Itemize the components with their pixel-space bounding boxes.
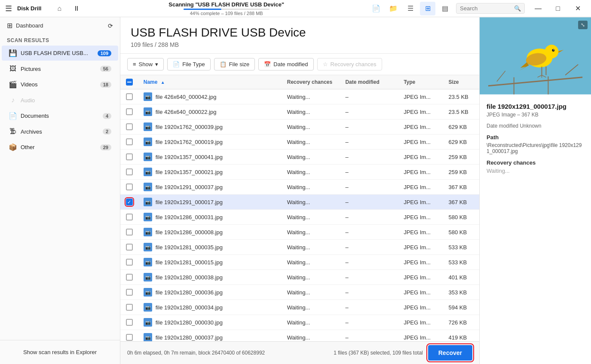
search-box[interactable]: 🔍: [456, 3, 525, 14]
maximize-button[interactable]: □: [548, 2, 568, 15]
scan-title: Scanning "USB FLASH DRIVE USB Device": [168, 1, 284, 8]
row-recovery: Waiting...: [282, 270, 340, 285]
row-checkbox[interactable]: [126, 259, 133, 266]
row-checkbox[interactable]: [126, 93, 133, 100]
row-name-cell: 📷file 426x640_000042.jpg: [138, 89, 282, 104]
toolbar-icons: ⌂ ⏸ Scanning "USB FLASH DRIVE USB Device…: [52, 1, 453, 16]
row-date: –: [340, 119, 398, 135]
row-date: –: [340, 225, 398, 240]
row-date: –: [340, 300, 398, 315]
row-checkbox[interactable]: [126, 184, 133, 190]
file-type-icon: 📷: [144, 333, 152, 341]
table-row[interactable]: 📷file 1920x1280_000030.jpgWaiting...–JPE…: [120, 315, 479, 330]
table-row[interactable]: 📷file 1920x1291_000037.jpgWaiting...–JPE…: [120, 180, 479, 195]
show-explorer-button[interactable]: Show scan results in Explorer: [3, 346, 116, 359]
row-size: 594 KB: [444, 300, 480, 315]
home-button[interactable]: ⌂: [52, 2, 67, 15]
row-checkbox-cell: [120, 270, 138, 285]
row-checkbox[interactable]: [126, 244, 133, 251]
minimize-button[interactable]: —: [528, 2, 548, 15]
th-size[interactable]: Size: [444, 75, 480, 89]
file-type-button[interactable]: 📄 File Type: [167, 58, 211, 70]
show-button[interactable]: ≡ Show ▾: [127, 58, 164, 70]
select-all-checkbox[interactable]: [126, 79, 133, 86]
sidebar-item-audio: ♪ Audio: [2, 93, 118, 107]
list-view-button[interactable]: ☰: [403, 2, 418, 15]
status-bar: 0h 6m elapsed, 0h 7m remain, block 26470…: [120, 341, 479, 364]
sidebar-item-usb[interactable]: 💾 USB FLASH DRIVE USB... 109: [2, 46, 118, 61]
table-row[interactable]: 📷file 1920x1280_000036.jpgWaiting...–JPE…: [120, 285, 479, 300]
row-checkbox[interactable]: [126, 319, 133, 326]
sort-up-icon: ▲: [161, 80, 165, 85]
row-checkbox[interactable]: [126, 214, 133, 220]
file-size-button[interactable]: 📋 File size: [214, 58, 255, 70]
sidebar-usb-label: USB FLASH DRIVE USB...: [21, 50, 94, 56]
row-filename: file 426x640_000042.jpg: [156, 94, 217, 100]
row-type: JPEG Im...: [398, 180, 443, 195]
table-row[interactable]: 📷file 1920x1357_000021.jpgWaiting...–JPE…: [120, 165, 479, 180]
close-button[interactable]: ✕: [568, 2, 588, 15]
table-row[interactable]: 📷file 1920x1280_000034.jpgWaiting...–JPE…: [120, 300, 479, 315]
th-checkbox[interactable]: [120, 75, 138, 89]
row-checkbox[interactable]: [126, 229, 133, 236]
grid-view-button[interactable]: ⊞: [420, 2, 435, 15]
table-row[interactable]: 📷file 1920x1357_000041.jpgWaiting...–JPE…: [120, 150, 479, 165]
row-filename: file 1920x1291_000037.jpg: [156, 184, 223, 190]
sidebar-item-dashboard[interactable]: ⊞ Dashboard ⟳: [0, 17, 120, 34]
file-doc-button[interactable]: 📄: [368, 2, 384, 15]
sidebar-item-archives[interactable]: 🗜 Archives 2: [2, 124, 118, 139]
table-row[interactable]: 📷file 1920x1281_000035.jpgWaiting...–JPE…: [120, 240, 479, 255]
pane-button[interactable]: ▤: [437, 2, 453, 15]
row-type: JPEG Im...: [398, 165, 443, 180]
row-date: –: [340, 330, 398, 342]
pause-button[interactable]: ⏸: [69, 2, 84, 15]
row-checkbox-cell: [120, 255, 138, 270]
row-checkbox[interactable]: [126, 123, 133, 130]
file-type-icon: 📷: [144, 138, 152, 146]
recover-button[interactable]: Recover: [428, 345, 472, 361]
table-row[interactable]: 📷file 426x640_000022.jpgWaiting...–JPEG …: [120, 104, 479, 119]
table-row[interactable]: 📷file 1920x1762_000019.jpgWaiting...–JPE…: [120, 135, 479, 150]
row-checkbox-cell: [120, 315, 138, 330]
row-type: JPEG Im...: [398, 104, 443, 119]
sidebar-item-documents[interactable]: 📄 Documents 4: [2, 108, 118, 123]
sidebar-footer: Show scan results in Explorer: [0, 340, 120, 364]
row-checkbox[interactable]: [126, 274, 133, 281]
preview-expand-button[interactable]: ⤡: [578, 21, 588, 29]
sidebar-item-pictures[interactable]: 🖼 Pictures 56: [2, 61, 118, 76]
th-name[interactable]: Name ▲: [138, 75, 282, 89]
row-checkbox[interactable]: [126, 108, 133, 115]
table-row[interactable]: 📷file 426x640_000042.jpgWaiting...–JPEG …: [120, 89, 479, 104]
row-size: 533 KB: [444, 240, 480, 255]
preview-meta: JPEG Image – 367 KB: [487, 112, 584, 118]
row-checkbox[interactable]: [126, 334, 133, 341]
menu-icon[interactable]: ☰: [3, 2, 14, 15]
file-table: Name ▲ Recovery chances Date modified Ty…: [120, 75, 479, 341]
table-row[interactable]: 📷file 1920x1286_000008.jpgWaiting...–JPE…: [120, 225, 479, 240]
th-date[interactable]: Date modified: [340, 75, 398, 89]
table-row[interactable]: 📷file 1920x1291_000017.jpgWaiting...–JPE…: [120, 195, 479, 210]
table-row[interactable]: 📷file 1920x1762_000039.jpgWaiting...–JPE…: [120, 119, 479, 135]
row-checkbox[interactable]: [126, 199, 133, 205]
table-row[interactable]: 📷file 1920x1281_000015.jpgWaiting...–JPE…: [120, 255, 479, 270]
row-name-cell: 📷file 1920x1286_000031.jpg: [138, 210, 282, 225]
row-checkbox-cell: [120, 104, 138, 119]
row-checkbox[interactable]: [126, 289, 133, 296]
titlebar: ☰ Disk Drill ⌂ ⏸ Scanning "USB FLASH DRI…: [0, 0, 591, 17]
th-recovery[interactable]: Recovery chances: [282, 75, 340, 89]
table-row[interactable]: 📷file 1920x1280_000038.jpgWaiting...–JPE…: [120, 270, 479, 285]
row-checkbox[interactable]: [126, 153, 133, 160]
sidebar-item-other[interactable]: 📦 Other 29: [2, 140, 118, 155]
table-row[interactable]: 📷file 1920x1286_000031.jpgWaiting...–JPE…: [120, 210, 479, 225]
folder-button[interactable]: 📁: [386, 2, 401, 15]
table-row[interactable]: 📷file 1920x1280_000037.jpgWaiting...–JPE…: [120, 330, 479, 342]
sidebar-item-videos[interactable]: 🎬 Videos 18: [2, 77, 118, 92]
row-checkbox[interactable]: [126, 304, 133, 311]
date-modified-button[interactable]: 📅 Date modified: [258, 58, 313, 70]
search-input[interactable]: [460, 5, 511, 12]
row-checkbox[interactable]: [126, 168, 133, 175]
row-checkbox[interactable]: [126, 138, 133, 145]
th-type[interactable]: Type: [398, 75, 443, 89]
videos-icon: 🎬: [9, 80, 17, 89]
row-recovery: Waiting...: [282, 195, 340, 210]
